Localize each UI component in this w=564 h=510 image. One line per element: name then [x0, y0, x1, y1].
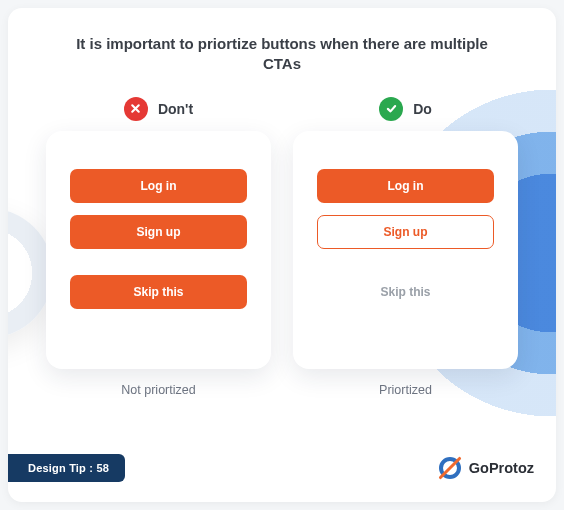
check-icon [379, 97, 403, 121]
login-button[interactable]: Log in [70, 169, 247, 203]
marker-dont-label: Don't [158, 101, 193, 117]
column-dont: Don't Log in Sign up Skip this Not prior… [46, 89, 271, 397]
comparison-columns: Don't Log in Sign up Skip this Not prior… [8, 89, 556, 397]
skip-button[interactable]: Skip this [317, 275, 494, 309]
signup-button[interactable]: Sign up [317, 215, 494, 249]
card-do: Log in Sign up Skip this [293, 131, 518, 369]
caption-do: Priortized [379, 383, 432, 397]
login-button[interactable]: Log in [317, 169, 494, 203]
canvas: It is important to priortize buttons whe… [8, 8, 556, 502]
marker-do-label: Do [413, 101, 432, 117]
page-title: It is important to priortize buttons whe… [8, 8, 556, 89]
column-do: Do Log in Sign up Skip this Priortized [293, 89, 518, 397]
footer: Design Tip : 58 GoProtoz [8, 444, 556, 502]
brand-name: GoProtoz [469, 460, 534, 476]
marker-dont: Don't [124, 97, 193, 121]
brand-logo-icon [439, 457, 461, 479]
tip-badge: Design Tip : 58 [8, 454, 125, 482]
caption-dont: Not priortized [121, 383, 195, 397]
brand: GoProtoz [439, 457, 534, 479]
card-dont: Log in Sign up Skip this [46, 131, 271, 369]
marker-do: Do [379, 97, 432, 121]
cross-icon [124, 97, 148, 121]
skip-button[interactable]: Skip this [70, 275, 247, 309]
signup-button[interactable]: Sign up [70, 215, 247, 249]
